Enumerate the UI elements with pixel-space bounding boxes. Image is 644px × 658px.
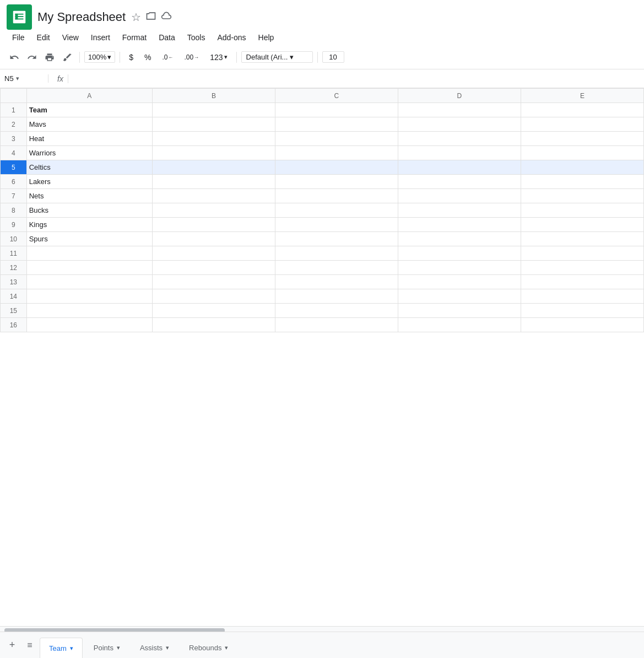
cell-e9[interactable] <box>521 218 643 232</box>
cell-d10[interactable] <box>398 232 521 246</box>
cell-b11[interactable] <box>152 246 275 261</box>
cell-b12[interactable] <box>152 261 275 275</box>
cell-c16[interactable] <box>275 318 398 332</box>
cell-d12[interactable] <box>398 261 521 275</box>
cell-c15[interactable] <box>275 304 398 318</box>
cell-d8[interactable] <box>398 203 521 218</box>
cell-b5[interactable] <box>152 160 275 175</box>
sheet-tab-points-arrow[interactable]: ▾ <box>117 644 120 651</box>
sheet-tab-assists-arrow[interactable]: ▾ <box>166 644 169 651</box>
menu-addons[interactable]: Add-ons <box>212 31 251 44</box>
cell-e11[interactable] <box>521 246 643 261</box>
cell-e2[interactable] <box>521 117 643 132</box>
add-sheet-button[interactable]: + <box>4 638 20 653</box>
dec-decrease-button[interactable]: .0 ← <box>158 52 178 62</box>
row-num-7[interactable]: 7 <box>1 189 27 203</box>
cell-b3[interactable] <box>152 132 275 146</box>
cell-d15[interactable] <box>398 304 521 318</box>
cell-a3[interactable]: Heat <box>26 132 152 146</box>
cell-e5[interactable] <box>521 160 643 175</box>
zoom-control[interactable]: 100% ▾ <box>84 51 115 63</box>
row-num-2[interactable]: 2 <box>1 117 27 132</box>
sheet-tab-assists[interactable]: Assists ▾ <box>131 638 178 659</box>
menu-help[interactable]: Help <box>253 31 280 44</box>
cell-a15[interactable] <box>26 304 152 318</box>
row-num-14[interactable]: 14 <box>1 289 27 304</box>
cell-a8[interactable]: Bucks <box>26 203 152 218</box>
cell-b10[interactable] <box>152 232 275 246</box>
cell-c3[interactable] <box>275 132 398 146</box>
col-header-d[interactable]: D <box>398 89 521 103</box>
row-num-10[interactable]: 10 <box>1 232 27 246</box>
cell-c10[interactable] <box>275 232 398 246</box>
cell-b7[interactable] <box>152 189 275 203</box>
cell-c5[interactable] <box>275 160 398 175</box>
menu-tools[interactable]: Tools <box>182 31 211 44</box>
cell-c11[interactable] <box>275 246 398 261</box>
row-num-6[interactable]: 6 <box>1 175 27 189</box>
menu-view[interactable]: View <box>57 31 84 44</box>
sheet-tab-team[interactable]: Team ▾ <box>40 638 83 659</box>
col-header-b[interactable]: B <box>152 89 275 103</box>
cell-d7[interactable] <box>398 189 521 203</box>
star-icon[interactable]: ☆ <box>131 10 141 24</box>
sheet-tab-rebounds[interactable]: Rebounds ▾ <box>180 638 237 659</box>
cell-a14[interactable] <box>26 289 152 304</box>
col-header-a[interactable]: A <box>26 89 152 103</box>
percent-button[interactable]: % <box>140 52 155 63</box>
cell-e15[interactable] <box>521 304 643 318</box>
cell-c6[interactable] <box>275 175 398 189</box>
print-button[interactable] <box>42 50 57 65</box>
cell-c4[interactable] <box>275 146 398 160</box>
cell-b8[interactable] <box>152 203 275 218</box>
cell-e3[interactable] <box>521 132 643 146</box>
cell-d1[interactable] <box>398 103 521 117</box>
cell-b13[interactable] <box>152 275 275 289</box>
cell-a11[interactable] <box>26 246 152 261</box>
cell-e12[interactable] <box>521 261 643 275</box>
row-num-4[interactable]: 4 <box>1 146 27 160</box>
cell-a13[interactable] <box>26 275 152 289</box>
row-num-13[interactable]: 13 <box>1 275 27 289</box>
cell-c12[interactable] <box>275 261 398 275</box>
currency-button[interactable]: $ <box>125 52 138 63</box>
cell-a7[interactable]: Nets <box>26 189 152 203</box>
cell-d11[interactable] <box>398 246 521 261</box>
cell-c2[interactable] <box>275 117 398 132</box>
cell-e10[interactable] <box>521 232 643 246</box>
menu-file[interactable]: File <box>7 31 30 44</box>
number-format-button[interactable]: 123 ▾ <box>205 52 231 63</box>
cell-e16[interactable] <box>521 318 643 332</box>
col-header-c[interactable]: C <box>275 89 398 103</box>
cell-a16[interactable] <box>26 318 152 332</box>
sheet-tab-rebounds-arrow[interactable]: ▾ <box>225 644 228 651</box>
paint-format-button[interactable] <box>59 50 75 65</box>
cell-e1[interactable] <box>521 103 643 117</box>
cloud-icon[interactable] <box>161 10 172 24</box>
col-header-e[interactable]: E <box>521 89 643 103</box>
cell-e13[interactable] <box>521 275 643 289</box>
row-num-1[interactable]: 1 <box>1 103 27 117</box>
cell-b2[interactable] <box>152 117 275 132</box>
row-num-11[interactable]: 11 <box>1 246 27 261</box>
cell-e4[interactable] <box>521 146 643 160</box>
menu-edit[interactable]: Edit <box>31 31 56 44</box>
cell-c8[interactable] <box>275 203 398 218</box>
redo-button[interactable] <box>24 50 40 65</box>
cell-a1[interactable]: Team <box>26 103 152 117</box>
cell-e7[interactable] <box>521 189 643 203</box>
cell-b1[interactable] <box>152 103 275 117</box>
cell-e8[interactable] <box>521 203 643 218</box>
cell-b16[interactable] <box>152 318 275 332</box>
cell-a2[interactable]: Mavs <box>26 117 152 132</box>
cell-d6[interactable] <box>398 175 521 189</box>
sheet-menu-button[interactable]: ≡ <box>22 638 37 653</box>
folder-icon[interactable] <box>145 10 156 24</box>
row-num-5[interactable]: 5 <box>1 160 27 175</box>
menu-insert[interactable]: Insert <box>85 31 116 44</box>
cell-a12[interactable] <box>26 261 152 275</box>
cell-c7[interactable] <box>275 189 398 203</box>
cell-d5[interactable] <box>398 160 521 175</box>
cell-c1[interactable] <box>275 103 398 117</box>
cell-c9[interactable] <box>275 218 398 232</box>
